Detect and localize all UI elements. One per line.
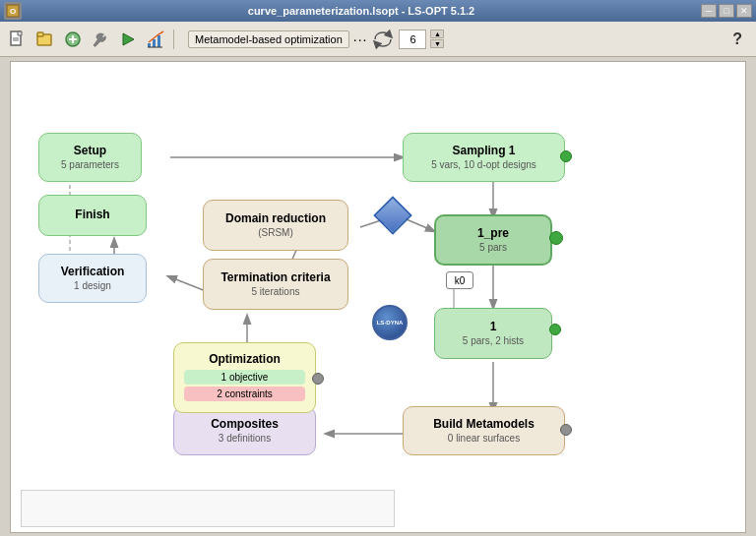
svg-rect-13 [158, 35, 160, 47]
minimize-button[interactable]: ─ [701, 4, 717, 18]
setup-title: Setup [74, 144, 106, 159]
main-canvas: Setup 5 parameters Sampling 1 5 vars, 10… [10, 61, 746, 533]
build-metamodels-title: Build Metamodels [433, 417, 535, 433]
lsdyna-label: LS-DYNA [375, 318, 406, 328]
setup-subtitle: 5 parameters [61, 158, 119, 171]
setup-node[interactable]: Setup 5 parameters [38, 133, 142, 182]
cycle-icon[interactable] [371, 30, 395, 49]
opt-objective: 1 objective [184, 370, 305, 385]
domain-reduction-node[interactable]: Domain reduction (SRSM) [203, 200, 348, 251]
verification-title: Verification [61, 265, 125, 280]
pre-node[interactable]: 1_pre 5 pars [434, 214, 552, 266]
domain-reduction-title: Domain reduction [225, 211, 326, 227]
maximize-button[interactable]: □ [719, 4, 734, 18]
sampling1-status-dot [560, 150, 572, 162]
verification-node[interactable]: Verification 1 design [38, 254, 147, 303]
optimization-status-dot [312, 373, 324, 385]
svg-text:O: O [10, 7, 16, 16]
mode-spinner[interactable]: ▲ ▼ [430, 30, 444, 48]
iteration-title: 1 [490, 320, 497, 335]
window-title: curve_parameterization.lsopt - LS-OPT 5.… [22, 5, 701, 17]
verification-subtitle: 1 design [74, 279, 111, 292]
spinner-up[interactable]: ▲ [430, 30, 444, 38]
help-button[interactable]: ? [724, 30, 750, 48]
termination-title: Termination criteria [220, 270, 330, 286]
termination-subtitle: 5 iterations [252, 285, 300, 298]
composites-subtitle: 3 definitions [219, 432, 271, 445]
mode-label: Metamodel-based optimization [188, 30, 349, 48]
optimization-node[interactable]: Optimization 1 objective 2 constraints [173, 342, 316, 413]
svg-rect-6 [37, 32, 43, 36]
domain-reduction-subtitle: (SRSM) [258, 226, 293, 239]
title-bar: O curve_parameterization.lsopt - LS-OPT … [0, 0, 756, 22]
build-metamodels-subtitle: 0 linear surfaces [448, 432, 520, 445]
close-button[interactable]: ✕ [736, 4, 752, 18]
pre-status-dot [549, 231, 563, 245]
chart-icon[interactable] [144, 28, 167, 51]
finish-title: Finish [75, 208, 109, 223]
sampling1-node[interactable]: Sampling 1 5 vars, 10 d-opt designs [403, 133, 565, 182]
settings-icon[interactable] [89, 28, 112, 51]
sampling1-subtitle: 5 vars, 10 d-opt designs [431, 158, 536, 171]
lsdyna-node[interactable]: LS-DYNA [370, 303, 410, 342]
iteration-status-dot [549, 324, 561, 335]
add-icon[interactable] [61, 28, 85, 51]
composites-title: Composites [211, 417, 279, 433]
k0-label: k0 [455, 275, 466, 286]
sampling1-title: Sampling 1 [452, 144, 515, 159]
toolbar-mode: Metamodel-based optimization ··· 6 ▲ ▼ [188, 30, 444, 49]
svg-line-24 [168, 276, 206, 291]
svg-rect-12 [153, 39, 156, 47]
svg-rect-11 [148, 43, 151, 47]
build-metamodels-node[interactable]: Build Metamodels 0 linear surfaces [403, 406, 565, 455]
termination-node[interactable]: Termination criteria 5 iterations [203, 259, 348, 310]
toolbar: Metamodel-based optimization ··· 6 ▲ ▼ ? [0, 22, 756, 57]
k0-box[interactable]: k0 [446, 271, 473, 289]
pre-title: 1_pre [477, 226, 509, 242]
svg-marker-10 [123, 33, 134, 45]
optimization-details: 1 objective 2 constraints [184, 368, 305, 403]
build-metamodels-status-dot [560, 424, 572, 436]
run-icon[interactable] [116, 28, 140, 51]
bottom-panel [21, 490, 395, 527]
mode-dots: ··· [353, 31, 368, 47]
iteration-node[interactable]: 1 5 pars, 2 hists [434, 308, 552, 359]
spinner-down[interactable]: ▼ [430, 39, 444, 48]
app-icon: O [4, 2, 22, 20]
mode-value: 6 [399, 30, 426, 49]
open-file-icon[interactable] [33, 28, 57, 51]
finish-node[interactable]: Finish [38, 195, 147, 236]
iteration-subtitle: 5 pars, 2 hists [463, 334, 524, 347]
composites-node[interactable]: Composites 3 definitions [173, 406, 316, 455]
domain-icon[interactable] [375, 198, 410, 233]
new-file-icon[interactable] [6, 28, 30, 51]
diamond-shape [373, 196, 412, 235]
optimization-title: Optimization [209, 352, 281, 368]
pre-subtitle: 5 pars [479, 241, 507, 254]
opt-constraint: 2 constraints [184, 387, 305, 401]
window-controls: ─ □ ✕ [701, 4, 752, 18]
lsdyna-globe: LS-DYNA [372, 305, 408, 340]
toolbar-separator [173, 30, 174, 49]
